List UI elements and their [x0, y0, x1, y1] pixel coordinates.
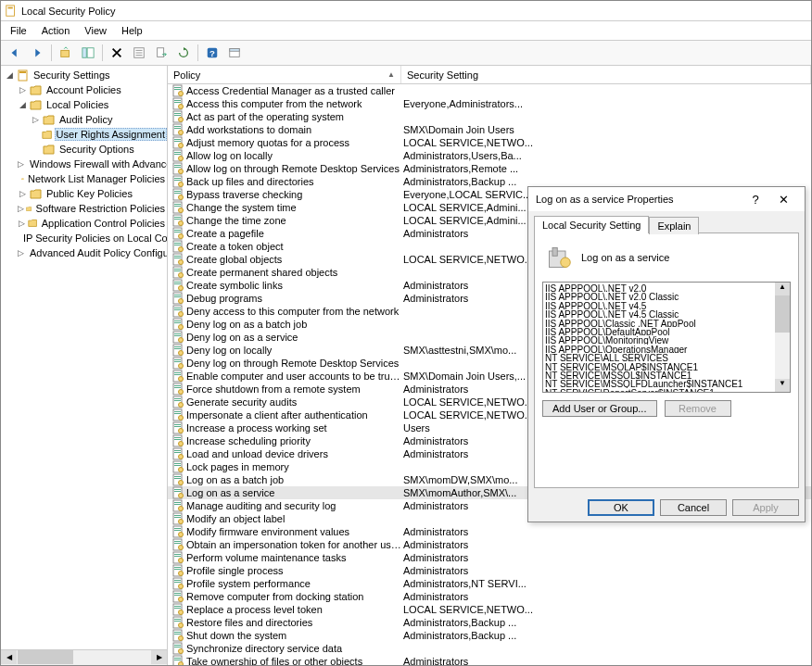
tree-item[interactable]: ▷Audit Policy	[5, 112, 167, 127]
expand-icon[interactable]: ▷	[18, 248, 24, 258]
show-hide-tree-button[interactable]	[78, 43, 98, 63]
expand-icon[interactable]: ▷	[18, 204, 24, 214]
principal-item[interactable]: NT SERVICE\MSSQLFDLauncher$INSTANCE1	[545, 379, 773, 387]
policy-row[interactable]: Profile single processAdministrators	[168, 564, 811, 577]
expand-icon[interactable]: ▷	[18, 219, 26, 229]
expand-icon[interactable]	[31, 130, 40, 140]
tree-item[interactable]: ◢Local Policies	[5, 97, 167, 112]
tree-item[interactable]: Network List Manager Policies	[5, 171, 167, 186]
policy-row[interactable]: Shut down the systemAdministrators,Backu…	[168, 629, 811, 642]
scroll-right-icon[interactable]: ▶	[151, 650, 167, 664]
scroll-down-icon[interactable]: ▼	[775, 379, 790, 392]
principal-item[interactable]: NT SERVICE\ALL SERVICES	[545, 353, 773, 361]
properties-button[interactable]	[129, 43, 149, 63]
policy-row[interactable]: Remove computer from docking stationAdmi…	[168, 590, 811, 603]
tree-item[interactable]: User Rights Assignment	[5, 127, 167, 142]
policy-row[interactable]: Adjust memory quotas for a processLOCAL …	[168, 136, 811, 149]
remove-button[interactable]: Remove	[665, 400, 731, 417]
toolbar-divider	[51, 44, 52, 61]
principal-item[interactable]: IIS APPPOOL\DefaultAppPool	[545, 327, 773, 335]
menu-view[interactable]: View	[77, 23, 114, 38]
listbox-scrollbar[interactable]: ▲ ▼	[775, 283, 790, 392]
principal-item[interactable]: IIS APPPOOL\.NET v2.0	[545, 283, 773, 292]
policy-row[interactable]: Act as part of the operating system	[168, 110, 811, 123]
tab-local-security[interactable]: Local Security Setting	[534, 216, 649, 233]
add-user-button[interactable]: Add User or Group...	[542, 400, 657, 417]
back-button[interactable]	[5, 43, 25, 63]
folder-icon	[21, 172, 24, 185]
scroll-left-icon[interactable]: ◀	[1, 650, 17, 664]
tree-item[interactable]: ▷Public Key Policies	[5, 186, 167, 201]
help-button[interactable]: ?	[202, 43, 222, 63]
delete-button[interactable]	[107, 43, 127, 63]
policy-row[interactable]: Access this computer from the networkEve…	[168, 97, 811, 110]
dialog-policy-name: Log on as a service	[581, 252, 669, 263]
tree-item[interactable]: ▷Advanced Audit Policy Configuration	[5, 245, 167, 260]
principal-item[interactable]: IIS APPPOOL\.NET v2.0 Classic	[545, 292, 773, 300]
principals-listbox[interactable]: IIS APPPOOL\.NET v2.0IIS APPPOOL\.NET v2…	[542, 282, 791, 393]
dialog-close-button[interactable]: ✕	[769, 193, 797, 207]
dialog-help-button[interactable]: ?	[742, 193, 769, 207]
principal-item[interactable]: IIS APPPOOL\.NET v4.5	[545, 301, 773, 309]
svg-rect-150	[174, 517, 181, 518]
expand-icon[interactable]: ◢	[18, 100, 28, 110]
ok-button[interactable]: OK	[588, 499, 654, 516]
apply-button[interactable]: Apply	[732, 499, 799, 516]
principal-item[interactable]: IIS APPPOOL\.NET v4.5 Classic	[545, 309, 773, 318]
policy-row[interactable]: Allow log on through Remote Desktop Serv…	[168, 162, 811, 175]
tree-item[interactable]: ▷Software Restriction Policies	[5, 201, 167, 216]
principal-item[interactable]: IIS APPPOOL\MonitoringView	[545, 335, 773, 344]
menu-action[interactable]: Action	[34, 23, 78, 38]
policy-row[interactable]: Synchronize directory service data	[168, 642, 811, 655]
expand-icon[interactable]: ▷	[31, 115, 41, 125]
expand-icon[interactable]: ▷	[18, 159, 24, 170]
expand-icon[interactable]: ◢	[5, 70, 15, 81]
export-button[interactable]	[151, 43, 171, 63]
expand-icon[interactable]: ▷	[18, 85, 28, 95]
svg-rect-134	[174, 465, 181, 466]
tree-item[interactable]: Security Options	[5, 142, 167, 157]
column-header-policy[interactable]: Policy▲	[168, 66, 401, 83]
scroll-thumb[interactable]	[18, 650, 73, 664]
svg-rect-125	[174, 437, 181, 438]
policy-row[interactable]: Obtain an impersonation token for anothe…	[168, 538, 811, 551]
scroll-thumb[interactable]	[775, 295, 790, 333]
principal-item[interactable]: NT SERVICE\ReportServer$INSTANCE1	[545, 388, 773, 393]
policy-row[interactable]: Restore files and directoriesAdministrat…	[168, 616, 811, 629]
tree-item[interactable]: ▷Application Control Policies	[5, 216, 167, 231]
policy-setting: Administrators	[403, 656, 811, 665]
up-button[interactable]	[56, 43, 76, 63]
scroll-up-icon[interactable]: ▲	[775, 283, 790, 295]
tree-item[interactable]: ▷Account Policies	[5, 82, 167, 97]
expand-icon[interactable]	[18, 174, 19, 184]
principal-item[interactable]: IIS APPPOOL\OperationsManager	[545, 345, 773, 353]
column-header-setting[interactable]: Security Setting	[401, 66, 811, 83]
policy-name: Create a pagefile	[186, 228, 403, 239]
menu-file[interactable]: File	[3, 23, 34, 38]
policy-row[interactable]: Add workstations to domainSMX\Domain Joi…	[168, 123, 811, 136]
policy-row[interactable]: Access Credential Manager as a trusted c…	[168, 84, 811, 97]
cancel-button[interactable]: Cancel	[660, 499, 727, 516]
principal-item[interactable]: NT SERVICE\MSOLAP$INSTANCE1	[545, 362, 773, 371]
policy-row[interactable]: Take ownership of files or other objects…	[168, 655, 811, 665]
principal-item[interactable]: NT SERVICE\MSSQL$INSTANCE1	[545, 371, 773, 379]
principal-item[interactable]: IIS APPPOOL\Classic .NET AppPool	[545, 319, 773, 327]
policy-row[interactable]: Profile system performanceAdministrators…	[168, 577, 811, 590]
tab-explain[interactable]: Explain	[649, 217, 699, 234]
policy-row[interactable]: Allow log on locallyAdministrators,Users…	[168, 149, 811, 162]
policy-row[interactable]: Replace a process level tokenLOCAL SERVI…	[168, 603, 811, 616]
policy-row[interactable]: Perform volume maintenance tasksAdminist…	[168, 551, 811, 564]
tree-hscrollbar[interactable]: ◀ ▶	[1, 649, 167, 665]
expand-icon[interactable]	[31, 145, 41, 155]
policy-row[interactable]: Modify firmware environment valuesAdmini…	[168, 525, 811, 538]
window-button[interactable]	[224, 43, 245, 63]
svg-point-23	[179, 105, 184, 109]
refresh-button[interactable]	[173, 43, 194, 63]
forward-button[interactable]	[27, 43, 47, 63]
expand-icon[interactable]: ▷	[18, 189, 28, 199]
tree-root-item[interactable]: ◢Security Settings	[5, 68, 167, 82]
svg-point-175	[179, 597, 184, 602]
tree-item[interactable]: IP Security Policies on Local Compute	[5, 231, 167, 245]
tree-item[interactable]: ▷Windows Firewall with Advanced Sec	[5, 157, 167, 171]
menu-help[interactable]: Help	[114, 23, 150, 38]
